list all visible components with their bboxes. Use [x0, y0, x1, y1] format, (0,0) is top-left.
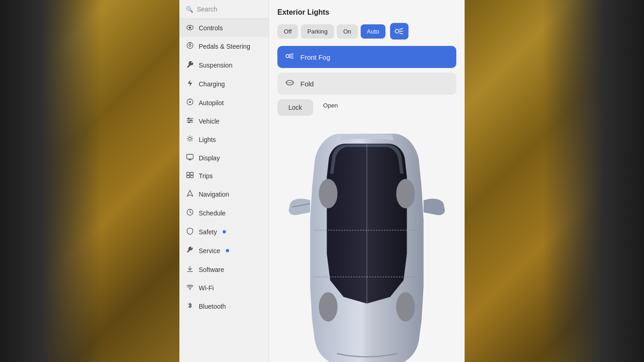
svg-point-37 — [395, 29, 399, 33]
sidebar-item-autopilot[interactable]: Autopilot — [179, 93, 269, 112]
sidebar-item-navigation[interactable]: Navigation — [179, 185, 269, 204]
sidebar-label-autopilot: Autopilot — [199, 99, 224, 107]
search-bar[interactable]: 🔍 Search — [179, 0, 269, 19]
svg-rect-28 — [187, 175, 190, 178]
sidebar-item-pedals[interactable]: Pedals & Steering — [179, 37, 269, 56]
svg-line-44 — [289, 57, 293, 58]
sidebar-label-service: Service — [199, 247, 220, 255]
download-icon — [186, 265, 194, 274]
sidebar-item-software[interactable]: Software — [179, 260, 269, 279]
open-top-label: Open — [318, 99, 344, 112]
lights-beam-icon — [395, 28, 404, 35]
search-icon: 🔍 — [186, 6, 193, 13]
lock-btn[interactable]: Lock — [277, 99, 313, 116]
sidebar-label-safety: Safety — [199, 228, 217, 236]
svg-marker-30 — [187, 190, 193, 196]
svg-point-7 — [189, 101, 191, 103]
sidebar-item-display[interactable]: Display — [179, 149, 269, 167]
sidebar-item-vehicle[interactable]: Vehicle — [179, 112, 269, 130]
left-seat — [0, 0, 101, 362]
sidebar-label-controls: Controls — [199, 24, 223, 32]
service-icon — [186, 246, 194, 255]
wheel-rl — [319, 292, 338, 322]
sliders-icon — [186, 117, 194, 125]
svg-point-36 — [190, 289, 190, 290]
notification-dot-service — [226, 249, 229, 252]
sidebar: 🔍 Search Controls Pedals & Steering Susp… — [179, 0, 269, 362]
sidebar-item-service[interactable]: Service — [179, 241, 269, 260]
lights-icon-btn[interactable] — [390, 23, 408, 40]
svg-line-22 — [188, 141, 188, 141]
sidebar-item-lights[interactable]: Lights — [179, 130, 269, 149]
sun-icon — [186, 135, 194, 144]
svg-line-40 — [399, 33, 403, 34]
sidebar-label-vehicle: Vehicle — [199, 118, 219, 125]
circle-icon — [186, 98, 194, 107]
nav-list: Controls Pedals & Steering Suspension Ch… — [179, 19, 269, 316]
front-fog-label: Front Fog — [300, 53, 330, 61]
sidebar-label-trips: Trips — [199, 172, 213, 180]
fold-icon — [285, 79, 295, 88]
sidebar-item-trips[interactable]: Trips — [179, 167, 269, 185]
sidebar-label-charging: Charging — [199, 80, 225, 88]
lights-on-btn[interactable]: On — [337, 24, 357, 39]
sidebar-item-controls[interactable]: Controls — [179, 19, 269, 37]
svg-point-11 — [188, 118, 190, 119]
wheel-fr — [396, 179, 415, 209]
sidebar-item-schedule[interactable]: Schedule — [179, 204, 269, 222]
lock-open-row: Lock Open — [277, 99, 456, 116]
sidebar-item-suspension[interactable]: Suspension — [179, 56, 269, 74]
svg-point-41 — [286, 55, 289, 58]
svg-line-20 — [192, 141, 192, 141]
lights-row: Off Parking On Auto — [277, 23, 456, 40]
car-top-view-svg — [277, 120, 456, 362]
sidebar-label-pedals: Pedals & Steering — [199, 43, 250, 50]
sidebar-label-lights: Lights — [199, 136, 216, 143]
bolt-icon — [186, 79, 194, 88]
sidebar-label-display: Display — [199, 154, 220, 162]
tesla-screen: 🔍 Search Controls Pedals & Steering Susp… — [179, 0, 465, 362]
sidebar-label-wifi: Wi-Fi — [199, 284, 214, 292]
lights-parking-btn[interactable]: Parking — [301, 24, 334, 39]
wheel-rr — [396, 292, 415, 322]
svg-line-42 — [289, 54, 293, 55]
svg-rect-29 — [190, 175, 193, 178]
svg-rect-23 — [187, 154, 193, 159]
fold-label: Fold — [300, 80, 314, 88]
eye-icon — [186, 24, 194, 32]
sidebar-item-bluetooth[interactable]: Bluetooth — [179, 297, 269, 316]
bluetooth-icon — [186, 302, 194, 311]
svg-point-3 — [189, 45, 191, 46]
svg-line-19 — [188, 136, 188, 137]
nav-icon — [186, 190, 194, 198]
sidebar-label-software: Software — [199, 266, 224, 273]
svg-rect-26 — [187, 172, 190, 175]
sidebar-item-wifi[interactable]: Wi-Fi — [179, 279, 269, 297]
svg-point-13 — [188, 121, 190, 123]
wifi-icon — [186, 284, 194, 292]
svg-line-33 — [190, 212, 191, 213]
svg-rect-27 — [190, 172, 193, 175]
lights-off-btn[interactable]: Off — [277, 24, 298, 39]
search-placeholder: Search — [197, 6, 217, 13]
front-fog-btn[interactable]: Front Fog — [277, 46, 456, 68]
safety-icon — [186, 227, 194, 236]
fog-icon — [285, 52, 295, 62]
svg-marker-5 — [188, 80, 192, 86]
svg-line-38 — [399, 28, 403, 29]
wrench-icon — [186, 61, 194, 69]
section-title: Exterior Lights — [277, 8, 456, 17]
fog-beam-icon — [285, 52, 294, 60]
svg-point-1 — [189, 27, 191, 29]
main-content: Exterior Lights Off Parking On Auto — [269, 0, 465, 362]
notification-dot-safety — [223, 230, 226, 233]
fold-btn[interactable]: Fold — [277, 73, 456, 95]
left-mirror — [289, 198, 310, 215]
sidebar-label-navigation: Navigation — [199, 191, 229, 198]
lights-auto-btn[interactable]: Auto — [361, 24, 386, 39]
sidebar-item-charging[interactable]: Charging — [179, 74, 269, 93]
sidebar-item-safety[interactable]: Safety — [179, 222, 269, 241]
steering-icon — [186, 42, 194, 51]
right-seat — [543, 0, 644, 362]
display-icon — [186, 154, 194, 162]
